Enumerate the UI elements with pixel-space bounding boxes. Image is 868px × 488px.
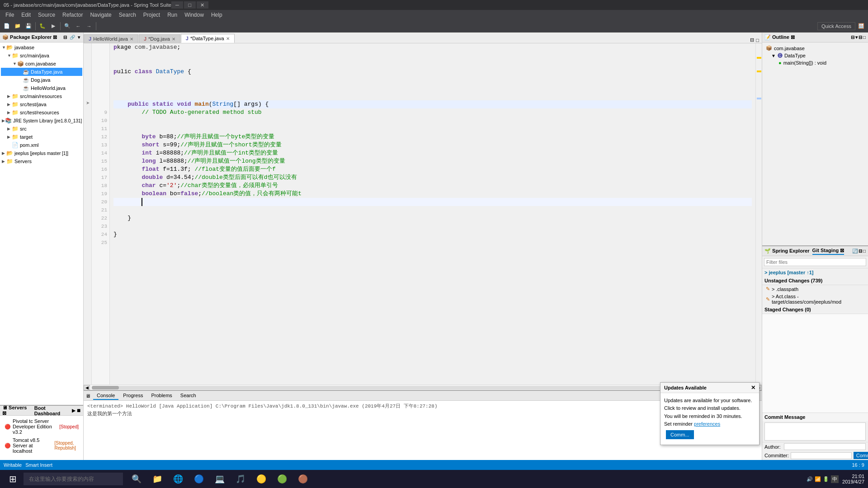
servers-stop-icon[interactable]: ⏹ — [76, 408, 81, 413]
tab-search[interactable]: Search — [177, 392, 200, 400]
menu-navigate[interactable]: Navigate — [86, 11, 115, 19]
tree-item-servers[interactable]: ▶ 📁 Servers — [1, 157, 82, 165]
tree-item-dog[interactable]: ☕ Dog.java — [1, 76, 82, 84]
toolbar-debug[interactable]: 🐛 — [38, 21, 47, 31]
menu-refactor[interactable]: Refactor — [59, 11, 86, 19]
tree-arrow-pkg[interactable]: ▼ — [13, 61, 17, 66]
view-menu-icon[interactable]: ▾ — [77, 34, 81, 40]
code-line-cursor[interactable] — [113, 198, 752, 206]
git-minimize-icon[interactable]: ⊟ — [859, 249, 862, 253]
tree-arrow-javabase[interactable]: ▼ — [2, 45, 6, 50]
toolbar-run[interactable]: ▶ — [48, 21, 58, 31]
minimize-editor-icon[interactable]: ⊟ — [750, 37, 754, 43]
tree-arrow-srv[interactable]: ▶ — [2, 159, 6, 164]
tree-item-jeeplus[interactable]: ▶ 📂 jeeplus [jeeplus master [1]] — [1, 149, 82, 157]
taskbar-item-9[interactable]: 🟤 — [293, 471, 313, 487]
tree-arrow-tr[interactable]: ▶ — [7, 110, 12, 115]
menu-file[interactable]: File — [2, 11, 18, 19]
git-refresh-icon[interactable]: 🔄 — [852, 249, 858, 253]
tree-arrow-tj[interactable]: ▶ — [7, 102, 12, 107]
tab-console[interactable]: Console — [93, 392, 118, 400]
tab-helloworld[interactable]: J HelloWorld.java ✕ — [84, 34, 138, 43]
git-staged-title[interactable]: Staged Changes (0) — [762, 305, 868, 314]
taskbar-search-input[interactable] — [24, 473, 123, 485]
close-button[interactable]: ✕ — [197, 1, 208, 9]
tab-progress[interactable]: Progress — [119, 392, 146, 400]
git-item-actclass[interactable]: ✎ > Act.class - target/classes/com/jeepl… — [762, 293, 868, 305]
toolbar-back[interactable]: ← — [73, 21, 83, 31]
scroll-track[interactable] — [92, 386, 754, 389]
outline-item-main[interactable]: ● main(String[]) : void — [764, 59, 866, 66]
taskbar-item-3[interactable]: 🌐 — [168, 471, 188, 487]
tree-item-javabase[interactable]: ▼ 📂 javabase — [1, 43, 82, 52]
tree-item-package[interactable]: ▼ 📦 com.javabase — [1, 60, 82, 68]
taskbar-item-1[interactable]: 🔍 — [127, 471, 146, 487]
menu-search[interactable]: Search — [115, 11, 140, 19]
taskbar-item-7[interactable]: 🟡 — [251, 471, 271, 487]
taskbar-item-8[interactable]: 🟢 — [272, 471, 292, 487]
collapse-all-icon[interactable]: ⊟ — [62, 34, 68, 40]
taskbar-item-2[interactable]: 📁 — [147, 471, 167, 487]
git-committer-input[interactable] — [791, 452, 852, 459]
tab-dog-close[interactable]: ✕ — [172, 37, 175, 42]
tree-item-target[interactable]: ▶ 📁 target — [1, 133, 82, 141]
git-maximize-icon[interactable]: □ — [863, 249, 866, 253]
tree-item-src-main[interactable]: ▼ 📁 src/main/java — [1, 52, 82, 60]
git-item-classpath[interactable]: ✎ > .classpath — [762, 285, 868, 293]
tab-dog[interactable]: J *Dog.java ✕ — [139, 34, 180, 43]
outline-view-menu-icon[interactable]: ▾ — [855, 35, 858, 40]
menu-window[interactable]: Window — [181, 11, 208, 19]
tree-arrow-tgt[interactable]: ▶ — [7, 135, 12, 139]
toolbar-forward[interactable]: → — [84, 21, 94, 31]
menu-help[interactable]: Help — [208, 11, 226, 19]
git-repo-label[interactable]: > jeeplus [master ↑1] — [762, 268, 868, 277]
tab-dt-close[interactable]: ✕ — [226, 36, 230, 41]
taskbar-item-6[interactable]: 🎵 — [231, 471, 250, 487]
boot-dashboard-tab[interactable]: Boot Dashboard — [34, 405, 72, 416]
taskbar-item-4[interactable]: 🔵 — [189, 471, 209, 487]
tree-item-src[interactable]: ▶ 📁 src — [1, 125, 82, 133]
toolbar-search[interactable]: 🔍 — [62, 21, 72, 31]
toolbar-perspective[interactable]: 🪟 — [856, 21, 866, 31]
tree-arrow-jre[interactable]: ▶ — [2, 118, 5, 123]
git-author-input[interactable] — [784, 443, 866, 450]
maximize-editor-icon[interactable]: □ — [756, 38, 759, 43]
tab-problems[interactable]: Problems — [147, 392, 175, 400]
toolbar-open[interactable]: 📁 — [13, 21, 23, 31]
tab-hw-close[interactable]: ✕ — [130, 37, 133, 42]
updates-close-button[interactable]: ✕ — [751, 385, 755, 391]
scroll-thumb[interactable] — [92, 386, 119, 389]
tree-arrow-res[interactable]: ▶ — [7, 94, 12, 99]
menu-edit[interactable]: Edit — [18, 11, 34, 19]
tree-item-jre[interactable]: ▶ 📚 JRE System Library [jre1.8.0_131] — [1, 117, 82, 125]
menu-source[interactable]: Source — [34, 11, 59, 19]
menu-run[interactable]: Run — [164, 11, 181, 19]
spring-explorer-tab[interactable]: 🌱 Spring Explorer — [764, 248, 810, 254]
quick-access-button[interactable]: Quick Access — [817, 22, 855, 30]
tree-item-test-java[interactable]: ▶ 📁 src/test/java — [1, 100, 82, 108]
server-tc[interactable]: 🔴 Pivotal tc Server Developer Edition v3… — [2, 418, 81, 436]
tree-arrow-src[interactable]: ▼ — [7, 53, 12, 58]
outline-arrow-dt[interactable]: ▼ — [771, 53, 776, 58]
taskbar-item-5[interactable]: 💻 — [210, 471, 230, 487]
code-content[interactable]: pkage com.javabase; pulic class DataType… — [110, 43, 755, 385]
updates-preferences-link[interactable]: preferences — [694, 421, 720, 427]
tree-item-hello[interactable]: ☕ HelloWorld.java — [1, 84, 82, 92]
server-tomcat[interactable]: 🔴 Tomcat v8.5 Server at localhost [Stopp… — [2, 436, 81, 455]
git-staging-tab[interactable]: Git Staging ⊠ — [812, 248, 844, 255]
tab-datatype[interactable]: J *DataType.java ✕ — [181, 34, 235, 43]
tree-arrow-jp[interactable]: ▶ — [2, 151, 6, 155]
git-unstaged-title[interactable]: Unstaged Changes (739) — [762, 277, 868, 285]
toolbar-save[interactable]: 💾 — [24, 21, 33, 31]
minimize-button[interactable]: ─ — [171, 1, 183, 9]
tree-item-resources[interactable]: ▶ 📁 src/main/resources — [1, 92, 82, 100]
tree-arrow-s[interactable]: ▶ — [7, 127, 12, 131]
maximize-button[interactable]: □ — [184, 1, 196, 9]
outline-minimize-icon[interactable]: ⊟ — [859, 35, 862, 40]
git-filter-input[interactable] — [764, 258, 866, 266]
outline-collapse-icon[interactable]: ⊟ — [851, 35, 854, 40]
outline-item-datatype[interactable]: ▼ 🅒 DataType — [764, 52, 866, 59]
updates-commit-button[interactable]: Comm... — [666, 430, 694, 439]
start-button[interactable]: ⊞ — [4, 471, 22, 487]
git-commit-button[interactable]: Comm... — [854, 452, 868, 459]
